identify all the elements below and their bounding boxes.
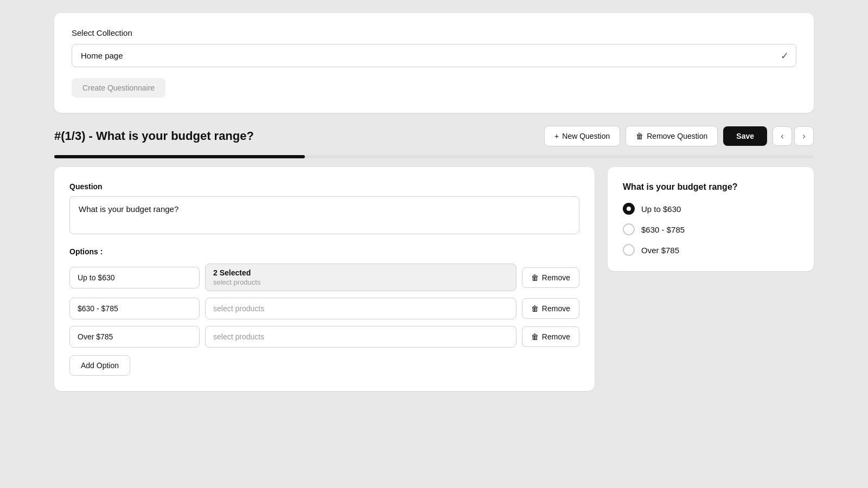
- preview-question: What is your budget range?: [623, 182, 799, 192]
- plus-icon: +: [554, 132, 559, 140]
- option-row-3: select products 🗑 Remove: [69, 326, 579, 348]
- nav-arrows: ‹ ›: [773, 126, 814, 146]
- radio-unselected-icon-3: [623, 244, 635, 256]
- prev-question-button[interactable]: ‹: [773, 126, 792, 146]
- option-text-input-3[interactable]: [69, 326, 200, 348]
- preview-option-label-2: $630 - $785: [641, 225, 685, 234]
- select-products-button-1[interactable]: 2 Selected select products: [205, 264, 516, 291]
- option-row-2: select products 🗑 Remove: [69, 298, 579, 319]
- trash-icon-1: 🗑: [531, 273, 539, 282]
- preview-option-2: $630 - $785: [623, 223, 799, 235]
- question-actions: + New Question 🗑 Remove Question Save ‹ …: [544, 126, 814, 146]
- collection-select[interactable]: Home page: [72, 44, 796, 67]
- progress-bar: [54, 155, 814, 158]
- option-row: 2 Selected select products 🗑 Remove: [69, 264, 579, 291]
- remove-question-button[interactable]: 🗑 Remove Question: [626, 126, 718, 146]
- select-products-button-2[interactable]: select products: [205, 298, 516, 319]
- question-title: #(1/3) - What is your budget range?: [54, 129, 254, 143]
- question-section: #(1/3) - What is your budget range? + Ne…: [54, 126, 814, 391]
- option-text-input-1[interactable]: [69, 267, 200, 288]
- trash-icon-3: 🗑: [531, 332, 539, 341]
- preview-option-3: Over $785: [623, 244, 799, 256]
- collection-card: Select Collection Home page ✓ Create Que…: [54, 13, 814, 113]
- options-label: Options :: [69, 247, 579, 256]
- preview-option-1: Up to $630: [623, 203, 799, 215]
- select-placeholder-1: select products: [213, 278, 260, 286]
- option-text-input-2[interactable]: [69, 298, 200, 319]
- select-products-button-3[interactable]: select products: [205, 326, 516, 348]
- question-input[interactable]: [69, 196, 579, 234]
- options-list: 2 Selected select products 🗑 Remove sele…: [69, 264, 579, 348]
- question-header: #(1/3) - What is your budget range? + Ne…: [54, 126, 814, 146]
- add-option-button[interactable]: Add Option: [69, 355, 130, 376]
- trash-icon-2: 🗑: [531, 304, 539, 313]
- collection-label: Select Collection: [72, 28, 796, 37]
- content-area: Question Options : 2 Selected select pro…: [54, 167, 814, 391]
- next-question-button[interactable]: ›: [794, 126, 814, 146]
- question-form-card: Question Options : 2 Selected select pro…: [54, 167, 595, 391]
- preview-option-label-1: Up to $630: [641, 204, 681, 214]
- create-questionnaire-button[interactable]: Create Questionnaire: [72, 78, 165, 98]
- preview-option-label-3: Over $785: [641, 246, 679, 255]
- remove-option-button-1[interactable]: 🗑 Remove: [522, 267, 579, 288]
- radio-selected-icon: [623, 203, 635, 215]
- remove-option-button-2[interactable]: 🗑 Remove: [522, 298, 579, 319]
- new-question-button[interactable]: + New Question: [544, 126, 620, 146]
- trash-icon: 🗑: [636, 132, 643, 140]
- remove-option-button-3[interactable]: 🗑 Remove: [522, 326, 579, 347]
- question-form-label: Question: [69, 182, 579, 191]
- radio-unselected-icon-2: [623, 223, 635, 235]
- preview-options: Up to $630 $630 - $785 Over $785: [623, 203, 799, 256]
- preview-card: What is your budget range? Up to $630 $6…: [608, 167, 814, 271]
- selected-count-1: 2 Selected: [213, 268, 251, 277]
- progress-bar-fill: [54, 155, 305, 158]
- collection-select-wrapper: Home page ✓: [72, 44, 796, 67]
- save-button[interactable]: Save: [723, 126, 767, 146]
- main-container: Select Collection Home page ✓ Create Que…: [54, 13, 814, 391]
